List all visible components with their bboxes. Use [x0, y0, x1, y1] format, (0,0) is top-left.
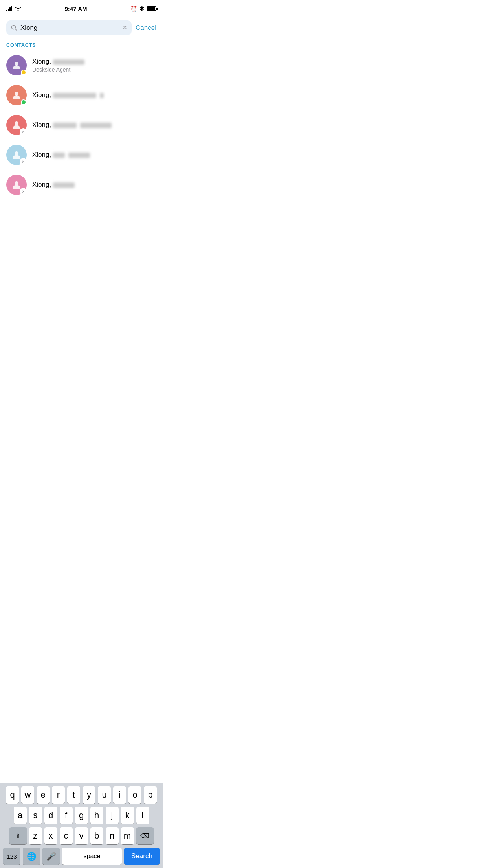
bluetooth-icon: ✱ — [139, 6, 144, 12]
avatar-wrapper-2 — [6, 85, 27, 105]
contact-item-5[interactable]: Xiong, — [0, 170, 163, 200]
contacts-section-header: CONTACTS — [0, 38, 163, 50]
contact-name-blur-4b — [68, 153, 90, 158]
wifi-icon — [15, 6, 21, 11]
contact-role-1: Deskside Agent — [32, 66, 156, 73]
svg-point-9 — [15, 121, 18, 125]
signal-info — [6, 6, 21, 11]
contact-item-2[interactable]: Xiong, — [0, 80, 163, 110]
content-area: CONTACTS Xiong, Deskside Agent — [0, 38, 163, 286]
svg-line-6 — [15, 29, 17, 31]
svg-point-11 — [15, 181, 18, 185]
battery-icon — [147, 6, 156, 11]
contact-name-blur-3a — [53, 123, 77, 128]
avatar-wrapper-1 — [6, 55, 27, 75]
svg-point-7 — [15, 62, 18, 66]
person-icon-2 — [11, 90, 22, 101]
status-time: 9:47 AM — [65, 6, 87, 12]
offline-badge-5 — [20, 188, 27, 195]
contact-item-1[interactable]: Xiong, Deskside Agent — [0, 50, 163, 80]
contact-name-blur-2 — [53, 93, 96, 98]
cancel-button[interactable]: Cancel — [136, 24, 156, 32]
contact-name-2: Xiong, — [32, 91, 156, 99]
search-input-wrapper[interactable]: × — [6, 20, 132, 35]
status-dot-1 — [21, 70, 26, 75]
status-bar: 9:47 AM ⏰ ✱ — [0, 0, 163, 17]
clear-button[interactable]: × — [123, 24, 127, 32]
contact-info-2: Xiong, — [32, 91, 156, 99]
contact-name-blur-3b — [80, 123, 112, 128]
search-icon — [11, 25, 17, 31]
contact-name-3: Xiong, — [32, 121, 156, 129]
contact-item-4[interactable]: Xiong, — [0, 140, 163, 170]
svg-rect-0 — [6, 10, 7, 11]
contact-name-blur-2b — [100, 93, 104, 98]
svg-rect-2 — [9, 7, 11, 11]
status-dot-2 — [21, 99, 26, 105]
contact-name-1: Xiong, — [32, 58, 156, 66]
person-icon-1 — [11, 60, 22, 71]
contact-name-4: Xiong, — [32, 151, 156, 159]
contact-name-5: Xiong, — [32, 181, 156, 189]
svg-rect-3 — [11, 6, 12, 11]
svg-rect-1 — [8, 9, 9, 11]
offline-badge-3 — [20, 128, 27, 135]
contact-item-3[interactable]: Xiong, — [0, 110, 163, 140]
avatar-wrapper-3 — [6, 115, 27, 135]
avatar-wrapper-4 — [6, 145, 27, 165]
svg-point-4 — [18, 10, 19, 11]
contact-info-4: Xiong, — [32, 151, 156, 159]
contact-name-blur-1 — [53, 59, 84, 65]
avatar-wrapper-5 — [6, 175, 27, 195]
svg-point-10 — [15, 151, 18, 155]
contact-name-blur-4a — [53, 153, 65, 158]
status-icons: ⏰ ✱ — [130, 6, 156, 12]
alarm-icon: ⏰ — [130, 6, 137, 12]
svg-point-8 — [15, 92, 18, 96]
contact-info-5: Xiong, — [32, 181, 156, 189]
contact-list: Xiong, Deskside Agent Xiong, — [0, 50, 163, 200]
contact-name-blur-5 — [53, 182, 75, 188]
signal-icon — [6, 6, 13, 11]
contact-info-3: Xiong, — [32, 121, 156, 129]
offline-badge-4 — [20, 158, 27, 165]
search-bar: × Cancel — [0, 17, 163, 38]
contact-info-1: Xiong, Deskside Agent — [32, 58, 156, 73]
search-input[interactable] — [20, 24, 120, 32]
